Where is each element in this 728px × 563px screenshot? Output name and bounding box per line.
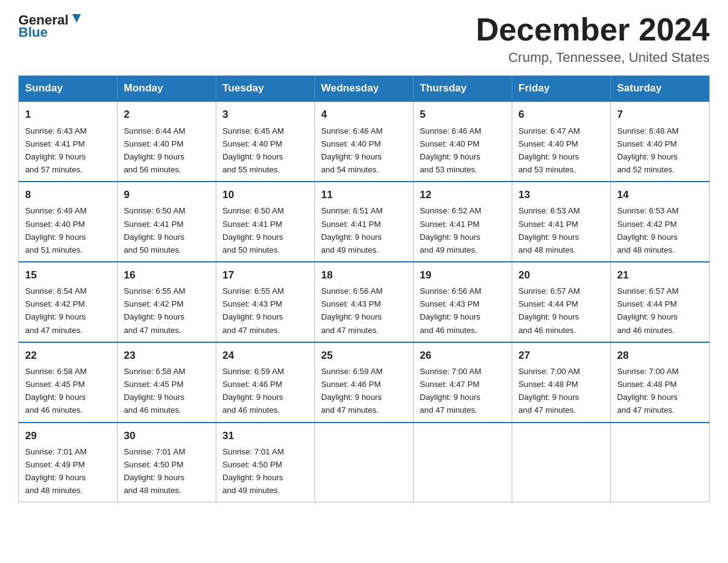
calendar-cell: 13Sunrise: 6:53 AMSunset: 4:41 PMDayligh…: [512, 182, 611, 262]
day-number: 10: [222, 187, 308, 203]
svg-marker-0: [72, 14, 81, 23]
day-info: Sunrise: 6:48 AMSunset: 4:40 PMDaylight:…: [617, 124, 703, 177]
day-number: 5: [420, 107, 506, 123]
day-info: Sunrise: 6:46 AMSunset: 4:40 PMDaylight:…: [420, 124, 506, 177]
day-number: 12: [420, 187, 506, 203]
day-info: Sunrise: 6:44 AMSunset: 4:40 PMDaylight:…: [124, 124, 210, 177]
calendar-cell: 30Sunrise: 7:01 AMSunset: 4:50 PMDayligh…: [118, 423, 216, 502]
day-number: 9: [124, 187, 210, 203]
calendar-cell: [611, 423, 710, 502]
calendar-table: Sunday Monday Tuesday Wednesday Thursday…: [18, 75, 710, 502]
day-info: Sunrise: 6:58 AMSunset: 4:45 PMDaylight:…: [124, 365, 210, 417]
logo: General Blue: [18, 12, 83, 40]
day-info: Sunrise: 6:56 AMSunset: 4:43 PMDaylight:…: [420, 285, 506, 337]
location: Crump, Tennessee, United States: [476, 50, 710, 66]
day-info: Sunrise: 7:01 AMSunset: 4:50 PMDaylight:…: [124, 445, 210, 497]
calendar-cell: 18Sunrise: 6:56 AMSunset: 4:43 PMDayligh…: [315, 262, 414, 342]
day-number: 26: [420, 348, 506, 364]
day-number: 17: [222, 267, 308, 283]
day-number: 29: [25, 428, 111, 444]
day-info: Sunrise: 6:53 AMSunset: 4:41 PMDaylight:…: [518, 204, 604, 256]
day-info: Sunrise: 6:59 AMSunset: 4:46 PMDaylight:…: [321, 365, 407, 417]
day-info: Sunrise: 6:59 AMSunset: 4:46 PMDaylight:…: [222, 365, 308, 417]
day-number: 20: [518, 267, 604, 283]
calendar-cell: 6Sunrise: 6:47 AMSunset: 4:40 PMDaylight…: [512, 101, 611, 182]
col-monday: Monday: [118, 76, 216, 102]
calendar-cell: 9Sunrise: 6:50 AMSunset: 4:41 PMDaylight…: [118, 182, 216, 262]
day-info: Sunrise: 6:50 AMSunset: 4:41 PMDaylight:…: [222, 204, 308, 256]
day-number: 25: [321, 348, 407, 364]
calendar-cell: 29Sunrise: 7:01 AMSunset: 4:49 PMDayligh…: [19, 423, 118, 502]
day-info: Sunrise: 6:47 AMSunset: 4:40 PMDaylight:…: [518, 124, 604, 177]
day-info: Sunrise: 6:53 AMSunset: 4:42 PMDaylight:…: [617, 204, 703, 256]
page-header: General Blue December 2024 Crump, Tennes…: [18, 12, 710, 66]
day-number: 2: [124, 107, 210, 123]
day-number: 21: [617, 267, 703, 283]
day-info: Sunrise: 7:01 AMSunset: 4:49 PMDaylight:…: [25, 445, 111, 497]
logo-text-blue: Blue: [18, 25, 48, 40]
day-info: Sunrise: 6:55 AMSunset: 4:43 PMDaylight:…: [222, 285, 308, 337]
calendar-cell: 5Sunrise: 6:46 AMSunset: 4:40 PMDaylight…: [414, 101, 512, 182]
calendar-cell: 19Sunrise: 6:56 AMSunset: 4:43 PMDayligh…: [414, 262, 512, 342]
day-info: Sunrise: 6:58 AMSunset: 4:45 PMDaylight:…: [25, 365, 111, 417]
calendar-cell: 10Sunrise: 6:50 AMSunset: 4:41 PMDayligh…: [216, 182, 315, 262]
day-info: Sunrise: 6:56 AMSunset: 4:43 PMDaylight:…: [321, 285, 407, 337]
day-number: 8: [25, 187, 111, 203]
day-number: 15: [25, 267, 111, 283]
day-info: Sunrise: 6:57 AMSunset: 4:44 PMDaylight:…: [518, 285, 604, 337]
day-number: 19: [420, 267, 506, 283]
day-number: 23: [124, 348, 210, 364]
day-info: Sunrise: 6:43 AMSunset: 4:41 PMDaylight:…: [25, 124, 111, 177]
day-number: 28: [617, 348, 703, 364]
calendar-cell: 23Sunrise: 6:58 AMSunset: 4:45 PMDayligh…: [118, 342, 216, 423]
col-tuesday: Tuesday: [216, 76, 315, 102]
day-number: 22: [25, 348, 111, 364]
day-info: Sunrise: 7:00 AMSunset: 4:48 PMDaylight:…: [617, 365, 703, 417]
day-info: Sunrise: 7:00 AMSunset: 4:48 PMDaylight:…: [518, 365, 604, 417]
day-info: Sunrise: 6:57 AMSunset: 4:44 PMDaylight:…: [617, 285, 703, 337]
day-info: Sunrise: 6:50 AMSunset: 4:41 PMDaylight:…: [124, 204, 210, 256]
calendar-week-4: 22Sunrise: 6:58 AMSunset: 4:45 PMDayligh…: [19, 342, 710, 423]
day-info: Sunrise: 6:54 AMSunset: 4:42 PMDaylight:…: [25, 285, 111, 337]
calendar-cell: 31Sunrise: 7:01 AMSunset: 4:50 PMDayligh…: [216, 423, 315, 502]
col-saturday: Saturday: [611, 76, 710, 102]
day-number: 18: [321, 267, 407, 283]
calendar-cell: [414, 423, 512, 502]
calendar-cell: 21Sunrise: 6:57 AMSunset: 4:44 PMDayligh…: [611, 262, 710, 342]
calendar-cell: 14Sunrise: 6:53 AMSunset: 4:42 PMDayligh…: [611, 182, 710, 262]
calendar-cell: 24Sunrise: 6:59 AMSunset: 4:46 PMDayligh…: [216, 342, 315, 423]
calendar-cell: 8Sunrise: 6:49 AMSunset: 4:40 PMDaylight…: [19, 182, 118, 262]
calendar-cell: 16Sunrise: 6:55 AMSunset: 4:42 PMDayligh…: [118, 262, 216, 342]
day-number: 24: [222, 348, 308, 364]
day-number: 13: [518, 187, 604, 203]
col-wednesday: Wednesday: [315, 76, 414, 102]
calendar-cell: 28Sunrise: 7:00 AMSunset: 4:48 PMDayligh…: [611, 342, 710, 423]
day-info: Sunrise: 6:52 AMSunset: 4:41 PMDaylight:…: [420, 204, 506, 256]
col-thursday: Thursday: [414, 76, 512, 102]
day-number: 3: [222, 107, 308, 123]
day-number: 4: [321, 107, 407, 123]
calendar-week-2: 8Sunrise: 6:49 AMSunset: 4:40 PMDaylight…: [19, 182, 710, 262]
day-number: 16: [124, 267, 210, 283]
calendar-cell: 25Sunrise: 6:59 AMSunset: 4:46 PMDayligh…: [315, 342, 414, 423]
day-number: 31: [222, 428, 308, 444]
day-info: Sunrise: 6:55 AMSunset: 4:42 PMDaylight:…: [124, 285, 210, 337]
calendar-cell: 20Sunrise: 6:57 AMSunset: 4:44 PMDayligh…: [512, 262, 611, 342]
day-number: 7: [617, 107, 703, 123]
calendar-cell: 4Sunrise: 6:46 AMSunset: 4:40 PMDaylight…: [315, 101, 414, 182]
col-sunday: Sunday: [19, 76, 118, 102]
header-row: Sunday Monday Tuesday Wednesday Thursday…: [19, 76, 710, 102]
calendar-cell: 15Sunrise: 6:54 AMSunset: 4:42 PMDayligh…: [19, 262, 118, 342]
calendar-cell: [315, 423, 414, 502]
day-info: Sunrise: 6:49 AMSunset: 4:40 PMDaylight:…: [25, 204, 111, 256]
title-block: December 2024 Crump, Tennessee, United S…: [476, 12, 710, 66]
day-info: Sunrise: 6:45 AMSunset: 4:40 PMDaylight:…: [222, 124, 308, 177]
calendar-cell: 26Sunrise: 7:00 AMSunset: 4:47 PMDayligh…: [414, 342, 512, 423]
calendar-cell: 7Sunrise: 6:48 AMSunset: 4:40 PMDaylight…: [611, 101, 710, 182]
day-number: 30: [124, 428, 210, 444]
col-friday: Friday: [512, 76, 611, 102]
calendar-week-5: 29Sunrise: 7:01 AMSunset: 4:49 PMDayligh…: [19, 423, 710, 502]
calendar-cell: 17Sunrise: 6:55 AMSunset: 4:43 PMDayligh…: [216, 262, 315, 342]
calendar-cell: 2Sunrise: 6:44 AMSunset: 4:40 PMDaylight…: [118, 101, 216, 182]
day-number: 6: [518, 107, 604, 123]
